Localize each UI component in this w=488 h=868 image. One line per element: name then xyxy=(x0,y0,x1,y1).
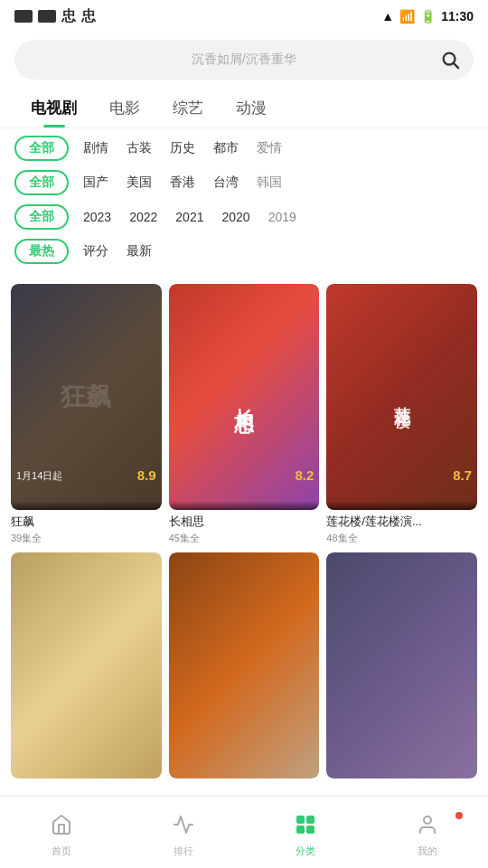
card-date: 1月14日起 xyxy=(16,469,62,483)
list-item[interactable]: 长相思 8.2 长相思 45集全 xyxy=(169,284,320,545)
filter-genre-city[interactable]: 都市 xyxy=(213,140,239,156)
nav-rank-label: 排行 xyxy=(174,844,193,858)
filter-sort-hot[interactable]: 最热 xyxy=(14,239,69,264)
nav-tabs: 电视剧 电影 综艺 动漫 xyxy=(0,90,488,128)
clock: 11:30 xyxy=(441,9,474,24)
tab-variety[interactable]: 综艺 xyxy=(156,90,220,127)
poster-5 xyxy=(169,552,320,778)
filter-section: 全部 剧情 古装 历史 都市 爱情 全部 国产 美国 香港 台湾 韩国 全部 2… xyxy=(0,136,488,264)
nav-category-label: 分类 xyxy=(296,844,315,858)
card-title: 狂飙 xyxy=(11,514,162,530)
list-item[interactable] xyxy=(326,552,477,778)
card-overlay: 8.7 xyxy=(326,501,477,510)
poster-text: 莲花楼 xyxy=(391,393,413,401)
status-right-icons: ▲ 📶 🔋 11:30 xyxy=(381,9,474,24)
nav-home[interactable]: 首页 xyxy=(0,807,122,858)
tab-tv[interactable]: 电视剧 xyxy=(14,90,93,127)
app-icon-1 xyxy=(14,10,33,23)
filter-genre-drama[interactable]: 剧情 xyxy=(83,140,108,156)
list-item[interactable] xyxy=(11,552,162,778)
wifi-icon: ▲ xyxy=(381,9,394,24)
filter-region-hk[interactable]: 香港 xyxy=(170,175,195,191)
filter-region-cn[interactable]: 国产 xyxy=(83,175,108,191)
list-item[interactable]: 莲花楼 8.7 莲花楼/莲花楼演... 48集全 xyxy=(326,284,477,545)
bottom-nav: 首页 排行 分类 我的 xyxy=(0,796,488,868)
status-left-icons: 忠 忠 xyxy=(14,7,96,26)
svg-rect-2 xyxy=(297,816,304,823)
card-score: 8.7 xyxy=(453,467,472,483)
card-changxiangsi[interactable]: 长相思 8.2 xyxy=(169,284,320,510)
card-overlay: 1月14日起 8.9 xyxy=(11,501,162,510)
card-6[interactable] xyxy=(326,552,477,778)
poster-4 xyxy=(11,552,162,778)
filter-year-2021[interactable]: 2021 xyxy=(175,210,203,224)
card-overlay: 8.2 xyxy=(169,501,320,510)
filter-genre-history[interactable]: 历史 xyxy=(170,140,195,156)
app-icon-2 xyxy=(38,10,56,23)
filter-genre-row: 全部 剧情 古装 历史 都市 爱情 xyxy=(14,136,474,161)
nav-home-label: 首页 xyxy=(52,844,71,858)
app-icon-3: 忠 xyxy=(61,7,76,26)
content-grid: 狂飙 1月14日起 8.9 狂飙 39集全 长相思 8.2 长相思 45集全 xyxy=(0,273,488,778)
card-score: 8.2 xyxy=(295,467,314,483)
card-5[interactable] xyxy=(169,552,320,778)
poster-6 xyxy=(326,552,477,778)
filter-region-kr[interactable]: 韩国 xyxy=(257,175,282,191)
filter-sort-row: 最热 评分 最新 xyxy=(14,239,474,264)
card-title: 莲花楼/莲花楼演... xyxy=(326,514,477,530)
filter-year-all[interactable]: 全部 xyxy=(14,204,69,230)
svg-rect-5 xyxy=(307,826,314,833)
filter-genre-all[interactable]: 全部 xyxy=(14,136,69,161)
poster-text: 长相思 xyxy=(230,392,258,402)
filter-genre-costume[interactable]: 古装 xyxy=(127,140,152,156)
svg-rect-3 xyxy=(307,816,314,823)
svg-point-6 xyxy=(424,816,431,824)
card-sub: 45集全 xyxy=(169,532,320,545)
nav-category[interactable]: 分类 xyxy=(244,807,366,858)
filter-region-tw[interactable]: 台湾 xyxy=(213,175,239,191)
svg-line-1 xyxy=(454,63,458,68)
battery-icon: 🔋 xyxy=(420,9,436,24)
filter-region-us[interactable]: 美国 xyxy=(127,175,152,191)
nav-mine-label: 我的 xyxy=(418,844,437,858)
status-bar: 忠 忠 ▲ 📶 🔋 11:30 xyxy=(0,0,488,33)
category-icon xyxy=(294,814,317,841)
filter-year-2019[interactable]: 2019 xyxy=(268,210,296,224)
card-sub: 48集全 xyxy=(326,532,477,545)
filter-sort-score[interactable]: 评分 xyxy=(83,243,108,259)
search-placeholder: 沉香如屑/沉香重华 xyxy=(29,52,459,68)
card-sub: 39集全 xyxy=(11,532,162,545)
card-title: 长相思 xyxy=(169,514,320,530)
filter-year-2020[interactable]: 2020 xyxy=(221,210,249,224)
tab-movie[interactable]: 电影 xyxy=(93,90,156,127)
home-icon xyxy=(50,814,73,841)
card-4[interactable] xyxy=(11,552,162,778)
card-score: 8.9 xyxy=(137,467,156,483)
filter-sort-newest[interactable]: 最新 xyxy=(127,243,152,259)
filter-year-2022[interactable]: 2022 xyxy=(129,210,157,224)
tab-anime[interactable]: 动漫 xyxy=(220,90,283,127)
app-icon-4: 忠 xyxy=(81,7,96,26)
filter-region-all[interactable]: 全部 xyxy=(14,170,69,195)
filter-genre-romance[interactable]: 爱情 xyxy=(257,140,282,156)
list-item[interactable]: 狂飙 1月14日起 8.9 狂飙 39集全 xyxy=(11,284,162,545)
filter-region-row: 全部 国产 美国 香港 台湾 韩国 xyxy=(14,170,474,195)
list-item[interactable] xyxy=(169,552,320,778)
card-lianhua[interactable]: 莲花楼 8.7 xyxy=(326,284,477,510)
nav-rank[interactable]: 排行 xyxy=(122,807,244,858)
card-kuangbiao[interactable]: 狂飙 1月14日起 8.9 xyxy=(11,284,162,510)
mine-icon xyxy=(416,814,439,841)
rank-icon xyxy=(172,814,195,841)
svg-rect-4 xyxy=(297,826,304,833)
search-bar[interactable]: 沉香如屑/沉香重华 xyxy=(14,40,474,80)
search-button[interactable] xyxy=(434,43,466,76)
signal-icon: 📶 xyxy=(399,9,415,24)
nav-mine[interactable]: 我的 xyxy=(366,807,488,858)
notification-dot xyxy=(455,812,463,819)
filter-year-2023[interactable]: 2023 xyxy=(83,210,111,224)
filter-year-row: 全部 2023 2022 2021 2020 2019 xyxy=(14,204,474,230)
poster-text: 狂飙 xyxy=(52,373,120,421)
